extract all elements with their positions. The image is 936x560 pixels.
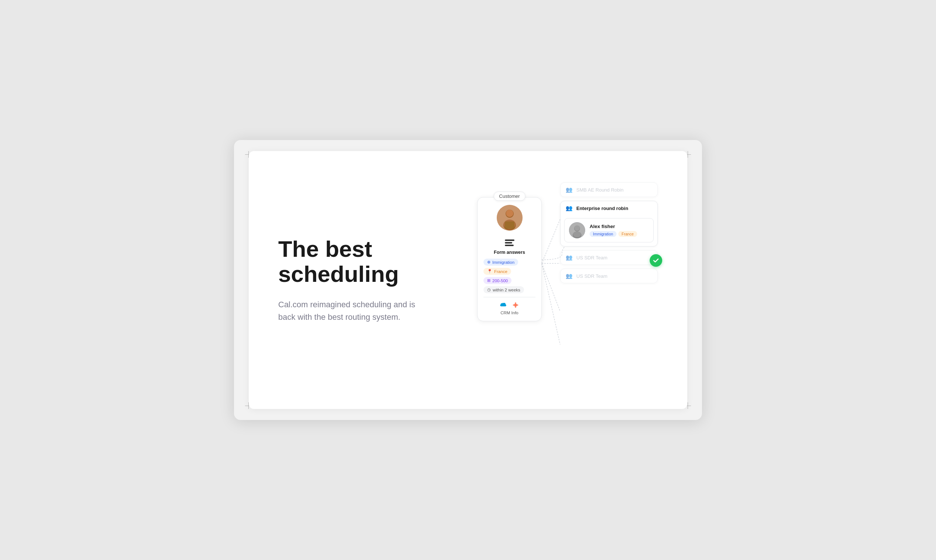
people-icon-us-sdr-2: 👥 <box>566 272 573 279</box>
routing-card-us-sdr-1: 👥 US SDR Team <box>560 250 658 265</box>
immigration-icon: ⊕ <box>487 260 491 265</box>
size-icon: ⊞ <box>487 278 491 283</box>
subtext: Cal.com reimagined scheduling and is bac… <box>278 298 433 323</box>
featured-body: Alex fisher Immigration France <box>564 218 654 242</box>
hubspot-icon <box>511 301 520 309</box>
people-icon-enterprise: 👥 <box>566 205 573 211</box>
svg-rect-9 <box>505 222 514 229</box>
right-section: Customer <box>466 173 658 387</box>
crm-title: CRM Info <box>483 311 536 315</box>
main-card: The best scheduling Cal.com reimagined s… <box>249 151 687 409</box>
form-answers-icon <box>483 236 536 248</box>
left-section: The best scheduling Cal.com reimagined s… <box>278 237 466 324</box>
avatar-svg <box>497 205 523 231</box>
stacked-lines-icon <box>505 240 514 246</box>
person-avatar <box>569 222 585 238</box>
diagram-wrapper: Customer <box>466 182 658 378</box>
check-badge <box>650 254 662 267</box>
svg-point-12 <box>515 306 516 308</box>
tag-size: ⊞ 200-500 <box>483 277 511 284</box>
customer-label: Customer <box>493 192 525 201</box>
svg-point-10 <box>514 303 517 306</box>
svg-point-7 <box>506 210 513 217</box>
routing-card-enterprise: 👥 Enterprise round robin <box>560 201 658 246</box>
us-sdr-label-1: US SDR Team <box>576 255 607 260</box>
person-tag-france: France <box>618 231 637 237</box>
smb-label-top: SMB AE Round Robin <box>576 187 623 193</box>
svg-line-1 <box>542 219 560 263</box>
headline: The best scheduling <box>278 237 444 287</box>
checkmark-icon <box>653 257 659 264</box>
form-answers-title: Form answers <box>483 250 536 255</box>
enterprise-label: Enterprise round robin <box>576 206 628 211</box>
svg-point-11 <box>515 303 516 304</box>
svg-point-18 <box>574 226 580 231</box>
tag-immigration: ⊕ Immigration <box>483 258 518 266</box>
routing-card-smb-top: 👥 SMB AE Round Robin <box>560 182 658 197</box>
person-tag-immigration: Immigration <box>590 231 616 237</box>
france-icon: 📍 <box>487 269 492 274</box>
person-avatar-svg <box>569 222 585 238</box>
us-sdr-label-2: US SDR Team <box>576 273 607 279</box>
clock-icon: ◷ <box>487 288 491 292</box>
svg-point-14 <box>517 304 518 306</box>
person-tags: Immigration France <box>590 231 649 237</box>
tag-france: 📍 France <box>483 268 511 275</box>
customer-card: Customer <box>477 197 542 321</box>
svg-point-13 <box>513 304 514 306</box>
tag-list: ⊕ Immigration 📍 France ⊞ 200-500 ◷ <box>483 258 536 293</box>
routing-column: 👥 SMB AE Round Robin 👥 Enterprise round … <box>560 182 658 283</box>
people-icon-us-sdr-1: 👥 <box>566 254 573 261</box>
person-info: Alex fisher Immigration France <box>590 224 649 237</box>
svg-line-2 <box>542 263 560 311</box>
svg-line-3 <box>542 263 560 345</box>
person-name: Alex fisher <box>590 224 649 229</box>
tag-timeline: ◷ within 2 weeks <box>483 286 524 293</box>
salesforce-icon <box>500 301 508 309</box>
crm-section <box>483 297 536 309</box>
svg-point-19 <box>573 231 581 237</box>
outer-frame: The best scheduling Cal.com reimagined s… <box>234 140 702 420</box>
routing-card-us-sdr-2: 👥 US SDR Team <box>560 269 658 283</box>
customer-avatar <box>497 205 523 231</box>
people-icon-smb-top: 👥 <box>566 186 573 193</box>
featured-header: 👥 Enterprise round robin <box>560 201 657 214</box>
